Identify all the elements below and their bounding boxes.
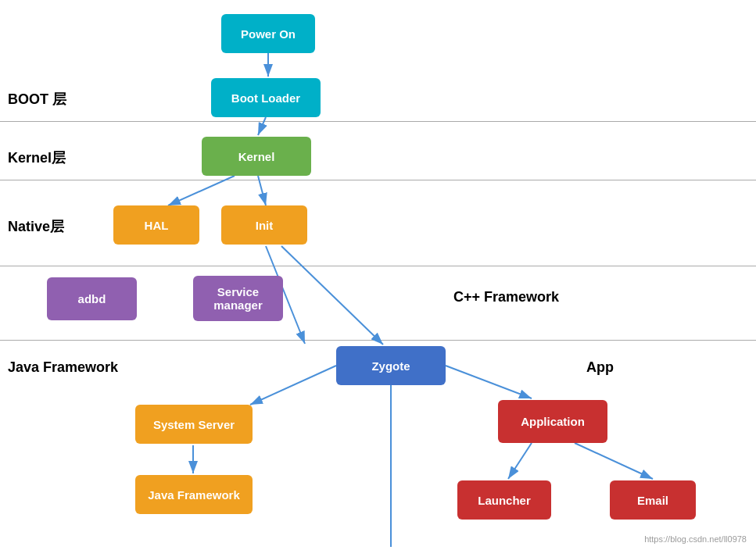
watermark: https://blog.csdn.net/ll0978 <box>644 534 747 544</box>
application-box: Application <box>498 400 607 443</box>
svg-line-9 <box>446 366 532 398</box>
kernel-line <box>0 180 756 180</box>
app-label: App <box>586 359 614 376</box>
cpp-label: C++ Framework <box>453 289 559 305</box>
hal-box: HAL <box>113 205 199 245</box>
svg-line-8 <box>250 366 336 405</box>
cpp-line <box>0 340 756 341</box>
system-server-box: System Server <box>135 405 253 444</box>
svg-line-11 <box>508 443 532 479</box>
init-box: Init <box>221 205 307 245</box>
kernel-label: Kernel层 <box>8 148 66 167</box>
svg-line-2 <box>258 117 266 135</box>
boot-line <box>0 121 756 122</box>
adbd-box: adbd <box>47 277 137 320</box>
svg-line-12 <box>575 443 653 479</box>
kernel-box: Kernel <box>202 137 311 176</box>
zygote-box: Zygote <box>336 346 446 385</box>
java-label: Java Framework <box>8 359 118 376</box>
svg-line-6 <box>281 246 383 345</box>
native-label: Native层 <box>8 217 64 236</box>
boot-label: BOOT 层 <box>8 90 66 109</box>
java-framework-box: Java Framework <box>135 475 253 514</box>
arrows-svg <box>0 0 756 550</box>
native-line <box>0 266 756 266</box>
boot-loader-box: Boot Loader <box>211 78 321 117</box>
service-manager-box: Service manager <box>193 276 283 321</box>
diagram-container: BOOT 层 Kernel层 Native层 C++ Framework Jav… <box>0 0 756 550</box>
power-on-box: Power On <box>221 14 315 53</box>
launcher-box: Launcher <box>457 480 551 520</box>
email-box: Email <box>610 480 696 520</box>
